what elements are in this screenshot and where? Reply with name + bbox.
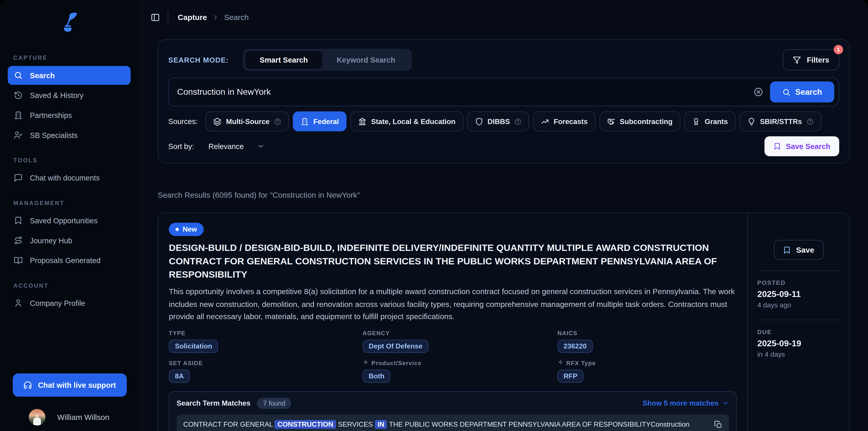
search-term-matches-panel: Search Term Matches 7 found Show 5 more … xyxy=(169,391,737,431)
main-content: Capture Search SEARCH MODE: Smart Search… xyxy=(138,0,868,431)
user-name: William Willson xyxy=(57,413,110,422)
sidebar-item-saved-opportunities[interactable]: Saved Opportunities xyxy=(8,211,131,230)
match-text: CONTRACT FOR GENERAL CONSTRUCTION SERVIC… xyxy=(183,419,706,430)
meta-label: RFX Type xyxy=(557,359,737,366)
save-opportunity-button[interactable]: Save xyxy=(774,240,824,260)
sidebar-item-partnerships[interactable]: Partnerships xyxy=(8,106,131,125)
sidebar-item-label: Saved & History xyxy=(30,91,84,99)
source-chip-grants[interactable]: Grants xyxy=(684,111,736,132)
topbar: Capture Search xyxy=(138,0,868,34)
sidebar-item-company-profile[interactable]: Company Profile xyxy=(8,294,131,313)
meta-cell-type: TYPE Solicitation xyxy=(169,329,363,353)
sidebar-item-saved-history[interactable]: Saved & History xyxy=(8,86,131,105)
tab-keyword-search[interactable]: Keyword Search xyxy=(322,51,410,69)
sidebar-item-label: SB Specialists xyxy=(30,131,78,139)
sidebar-item-chat-documents[interactable]: Chat with documents xyxy=(8,168,131,187)
sidebar-item-label: Chat with documents xyxy=(30,174,100,182)
clear-search-icon[interactable] xyxy=(751,85,765,99)
posted-date: 2025-09-11 xyxy=(757,289,840,299)
source-chip-sbir-sttrs[interactable]: SBIR/STTRs xyxy=(740,111,822,132)
meta-label: NAICS xyxy=(557,329,737,336)
result-card: New DESIGN-BUILD / DESIGN-BID-BUILD, IND… xyxy=(158,213,850,431)
meta-value-badge: 236220 xyxy=(557,340,593,353)
source-chip-label: DIBBS xyxy=(488,117,510,125)
breadcrumb-page[interactable]: Search xyxy=(224,13,249,22)
meta-value-badge: Dept Of Defense xyxy=(363,340,429,353)
chat-live-support-button[interactable]: Chat with live support xyxy=(13,373,127,397)
meta-cell-agency: AGENCY Dept Of Defense xyxy=(363,329,558,353)
sort-value: Relevance xyxy=(208,142,244,150)
save-search-button[interactable]: Save Search xyxy=(764,136,839,156)
save-search-label: Save Search xyxy=(786,142,831,150)
meta-value-badge: RFP xyxy=(557,369,584,382)
due-label: DUE xyxy=(757,328,840,335)
sidebar-item-label: Company Profile xyxy=(30,299,85,307)
lightbulb-icon xyxy=(747,117,755,125)
sidebar-item-search[interactable]: Search xyxy=(8,66,131,85)
copy-icon[interactable] xyxy=(714,420,722,429)
opportunity-title[interactable]: DESIGN-BUILD / DESIGN-BID-BUILD, INDEFIN… xyxy=(169,241,737,281)
sidebar-item-journey-hub[interactable]: Journey Hub xyxy=(8,231,131,250)
bookmark-icon xyxy=(773,142,781,150)
sidebar-toggle-icon[interactable] xyxy=(150,11,161,23)
sidebar: CAPTURE Search Saved & History Partnersh… xyxy=(0,0,138,431)
user-profile-row[interactable]: William Willson xyxy=(0,404,138,430)
source-chip-dibbs[interactable]: DIBBS xyxy=(467,111,529,132)
section-label-account: ACCOUNT xyxy=(13,282,125,289)
sidebar-item-sb-specialists[interactable]: SB Specialists xyxy=(8,126,131,145)
source-chip-label: State, Local & Education xyxy=(371,117,455,125)
bookmark-icon xyxy=(783,246,791,254)
match-row: CONTRACT FOR GENERAL CONSTRUCTION SERVIC… xyxy=(177,414,729,431)
search-mode-row: SEARCH MODE: Smart Search Keyword Search… xyxy=(168,49,839,71)
save-button-label: Save xyxy=(796,246,814,254)
opportunity-description: This opportunity involves a competitive … xyxy=(169,285,737,322)
source-chip-federal[interactable]: Federal xyxy=(293,111,347,132)
new-dot-icon xyxy=(175,228,179,231)
sort-by-label: Sort by: xyxy=(168,142,194,150)
source-chip-subcontracting[interactable]: Subcontracting xyxy=(599,111,680,132)
meta-label: AGENCY xyxy=(363,329,558,336)
source-chip-label: SBIR/STTRs xyxy=(760,117,802,125)
help-circle-icon xyxy=(515,118,522,125)
book-open-icon xyxy=(14,256,23,265)
sidebar-item-label: Journey Hub xyxy=(30,236,72,245)
result-card-main: New DESIGN-BUILD / DESIGN-BID-BUILD, IND… xyxy=(158,213,747,431)
matches-title: Search Term Matches xyxy=(177,399,250,407)
source-chip-state-local-education[interactable]: State, Local & Education xyxy=(350,111,463,132)
sort-row: Sort by: Relevance Save Search xyxy=(168,136,839,156)
section-label-tools: TOOLS xyxy=(13,157,125,164)
sidebar-item-label: Proposals Generated xyxy=(30,256,100,265)
headset-icon xyxy=(24,381,32,390)
source-chip-label: Federal xyxy=(313,117,339,125)
matches-count-badge: 7 found xyxy=(257,398,291,409)
building-icon xyxy=(14,111,23,120)
chat-bubble-icon xyxy=(14,173,23,182)
award-icon xyxy=(692,117,700,125)
source-chip-label: Multi-Source xyxy=(226,117,270,125)
show-more-matches-link[interactable]: Show 5 more matches xyxy=(643,399,729,407)
result-card-rail: Save POSTED 2025-09-11 4 days ago DUE 20… xyxy=(747,213,849,431)
search-input[interactable] xyxy=(177,87,751,97)
filters-button[interactable]: Filters xyxy=(783,49,839,70)
landmark-icon xyxy=(359,117,367,125)
breadcrumb-app[interactable]: Capture xyxy=(178,13,207,22)
chevron-down-icon xyxy=(257,142,265,150)
user-icon xyxy=(14,299,23,308)
building-icon xyxy=(301,117,309,125)
shield-icon xyxy=(475,117,483,125)
sources-label: Sources: xyxy=(168,117,198,125)
new-badge: New xyxy=(169,223,204,236)
app-logo xyxy=(0,0,138,32)
source-chip-multi-source[interactable]: Multi-Source xyxy=(206,111,289,132)
sparkles-icon xyxy=(557,360,563,366)
section-label-capture: CAPTURE xyxy=(13,54,125,61)
sort-select[interactable]: Relevance xyxy=(208,142,265,150)
user-check-icon xyxy=(14,131,23,140)
sidebar-item-label: Partnerships xyxy=(30,111,72,119)
sidebar-item-proposals-generated[interactable]: Proposals Generated xyxy=(8,251,131,270)
tab-smart-search[interactable]: Smart Search xyxy=(245,51,322,69)
search-button[interactable]: Search xyxy=(770,82,834,103)
source-chip-label: Grants xyxy=(705,117,728,125)
app-window: CAPTURE Search Saved & History Partnersh… xyxy=(0,0,868,431)
source-chip-forecasts[interactable]: Forecasts xyxy=(533,111,595,132)
